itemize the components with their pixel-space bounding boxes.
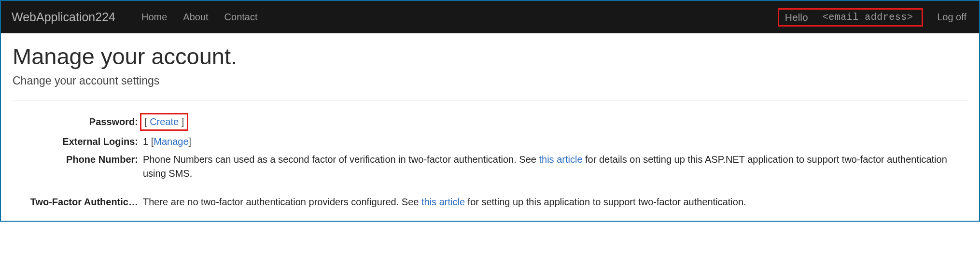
create-password-link[interactable]: Create	[150, 116, 179, 127]
user-email: <email address>	[823, 12, 913, 23]
nav-about[interactable]: About	[181, 9, 210, 26]
twofactor-text-before: There are no two-factor authentication p…	[143, 197, 421, 207]
nav-left: WebApplication224 Home About Contact	[12, 9, 260, 26]
twofactor-text-after: for setting up this application to suppo…	[465, 197, 746, 207]
logoff-link[interactable]: Log off	[935, 9, 968, 26]
hello-user-link[interactable]: Hello <email address>	[778, 8, 923, 27]
nav-home[interactable]: Home	[140, 9, 169, 26]
hello-prefix: Hello	[785, 12, 808, 23]
nav-right: Hello <email address> Log off	[778, 8, 968, 27]
nav-contact[interactable]: Contact	[223, 9, 260, 26]
phone-text-before: Phone Numbers can used as a second facto…	[143, 154, 539, 165]
page-title: Manage your account.	[13, 43, 967, 70]
manage-external-logins-link[interactable]: Manage	[154, 136, 188, 147]
brand-link[interactable]: WebApplication224	[12, 10, 115, 24]
create-highlight: [ Create ]	[140, 113, 188, 131]
settings-list: Password: [ Create ] External Logins: 1 …	[13, 113, 967, 209]
page-frame: WebApplication224 Home About Contact Hel…	[0, 0, 980, 222]
label-two-factor: Two-Factor Authentic…	[13, 195, 138, 209]
divider	[13, 100, 967, 100]
value-password: [ Create ]	[143, 113, 967, 131]
phone-article-link[interactable]: this article	[539, 154, 582, 165]
value-phone-number: Phone Numbers can used as a second facto…	[143, 153, 967, 181]
bracket-close: ]	[179, 116, 184, 127]
label-external-logins: External Logins:	[13, 135, 138, 149]
label-password: Password:	[13, 115, 138, 129]
label-phone-number: Phone Number:	[13, 153, 138, 167]
value-two-factor: There are no two-factor authentication p…	[143, 195, 967, 209]
external-login-count: 1	[143, 136, 151, 147]
bracket-close: ]	[189, 136, 192, 147]
page-subtitle: Change your account settings	[13, 74, 967, 87]
navbar: WebApplication224 Home About Contact Hel…	[1, 1, 979, 33]
twofactor-article-link[interactable]: this article	[421, 197, 465, 207]
content-area: Manage your account. Change your account…	[1, 33, 979, 221]
value-external-logins: 1 [Manage]	[143, 135, 967, 149]
bracket-open: [	[144, 116, 150, 127]
